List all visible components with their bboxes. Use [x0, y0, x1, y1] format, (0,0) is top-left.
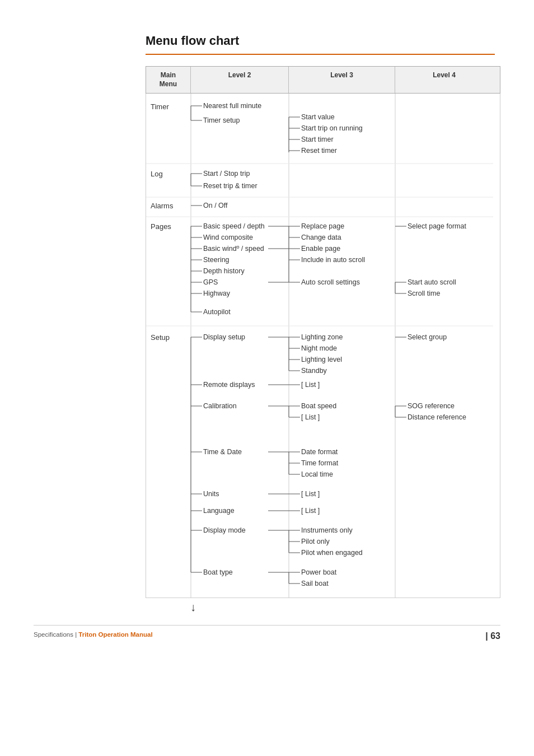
l2-steering: Steering — [203, 256, 229, 264]
continue-arrow: ↓ — [190, 601, 500, 614]
l3-standby: Standby — [301, 367, 327, 375]
l3-power-boat: Power boat — [301, 568, 337, 576]
l2-calibration: Calibration — [203, 402, 237, 410]
l2-basic-wind-speed: Basic windº / speed — [203, 245, 264, 253]
l3-pilot-only: Pilot only — [301, 538, 330, 545]
l3-lighting-level: Lighting level — [301, 356, 342, 363]
l4-start-auto-scroll: Start auto scroll — [407, 278, 456, 286]
l3-date-format: Date format — [301, 448, 338, 456]
l3-start-value: Start value — [301, 113, 335, 121]
l2-depth-history: Depth history — [203, 267, 245, 275]
col-header-level4: Level 4 — [395, 67, 493, 93]
footer: Specifications | Triton Operation Manual… — [34, 625, 500, 641]
l3-sail-boat: Sail boat — [301, 580, 329, 587]
l3-start-trip-running: Start trip on running — [301, 124, 363, 132]
l2-remote-displays: Remote displays — [203, 381, 255, 389]
l2-gps: GPS — [203, 278, 218, 286]
l3-include-auto-scroll: Include in auto scroll — [301, 256, 365, 264]
l3-auto-scroll-settings: Auto scroll settings — [301, 278, 360, 286]
l3-enable-page: Enable page — [301, 245, 340, 253]
l2-units: Units — [203, 490, 219, 498]
l3-replace-page: Replace page — [301, 222, 344, 230]
l3-units-list: [ List ] — [301, 490, 320, 498]
l2-display-mode: Display mode — [203, 526, 246, 534]
page-title: Menu flow chart — [146, 34, 495, 55]
l3-local-time: Local time — [301, 470, 333, 478]
l4-select-page-format: Select page format — [407, 222, 466, 230]
main-setup: Setup — [151, 333, 170, 342]
l3-lighting-zone: Lighting zone — [301, 333, 343, 341]
main-log: Log — [151, 170, 163, 178]
col-header-main: Main Menu — [146, 67, 191, 93]
footer-static: Specifications | — [34, 631, 78, 638]
l2-timer-setup: Timer setup — [203, 116, 240, 124]
l2-nearest-full-minute: Nearest full minute — [203, 102, 261, 110]
l3-boat-speed: Boat speed — [301, 402, 336, 410]
footer-left: Specifications | Triton Operation Manual — [34, 631, 153, 641]
l4-sog-reference: SOG reference — [407, 402, 455, 410]
l2-start-stop-trip: Start / Stop trip — [203, 170, 250, 178]
footer-page-number: | 63 — [485, 631, 500, 641]
l3-pilot-when-engaged: Pilot when engaged — [301, 549, 363, 557]
l3-start-timer: Start timer — [301, 136, 334, 143]
l2-display-setup: Display setup — [203, 333, 245, 341]
l3-calibration-list: [ List ] — [301, 413, 320, 421]
l2-on-off: On / Off — [203, 202, 228, 209]
l3-reset-timer: Reset timer — [301, 147, 337, 155]
l2-wind-composite: Wind composite — [203, 234, 253, 241]
l3-remote-list: [ List ] — [301, 381, 320, 389]
l4-distance-reference: Distance reference — [407, 413, 466, 421]
col-header-level2: Level 2 — [191, 67, 289, 93]
l2-time-date: Time & Date — [203, 448, 242, 456]
l3-time-format: Time format — [301, 459, 339, 467]
l3-night-mode: Night mode — [301, 344, 337, 352]
l2-highway: Highway — [203, 290, 231, 297]
main-pages: Pages — [151, 222, 171, 231]
l4-select-group: Select group — [407, 333, 447, 341]
l3-change-data: Change data — [301, 234, 341, 241]
l4-scroll-time: Scroll time — [407, 290, 440, 297]
col-header-level3: Level 3 — [289, 67, 395, 93]
l3-language-list: [ List ] — [301, 507, 320, 515]
l3-instruments-only: Instruments only — [301, 526, 353, 534]
l2-basic-speed-depth: Basic speed / depth — [203, 222, 265, 230]
main-alarms: Alarms — [151, 202, 174, 210]
l2-language: Language — [203, 507, 235, 515]
footer-link: Triton Operation Manual — [78, 631, 152, 638]
l2-boat-type: Boat type — [203, 568, 233, 576]
l2-reset-trip-timer: Reset trip & timer — [203, 182, 257, 190]
main-timer: Timer — [151, 102, 169, 111]
l2-autopilot: Autopilot — [203, 308, 231, 316]
